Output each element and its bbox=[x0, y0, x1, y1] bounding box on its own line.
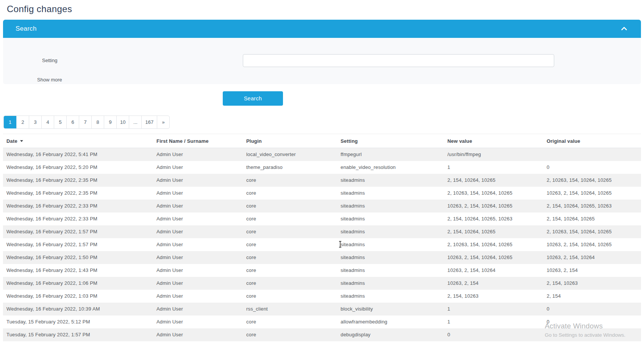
date-cell: Wednesday, 16 February 2022, 1:57 PM bbox=[3, 225, 153, 238]
plugin-cell: core bbox=[243, 238, 337, 251]
page-button-1[interactable]: 1 bbox=[4, 116, 16, 128]
plugin-cell: core bbox=[243, 264, 337, 277]
setting-cell: siteadmins bbox=[337, 174, 444, 187]
page-button-8[interactable]: 8 bbox=[91, 116, 104, 128]
setting-cell: siteadmins bbox=[337, 225, 444, 238]
date-cell: Tuesday, 15 February 2022, 5:12 PM bbox=[3, 315, 153, 328]
original-value-cell: 2, 10263, 154, 10264, 10265 bbox=[543, 225, 641, 238]
setting-input[interactable] bbox=[243, 54, 554, 67]
date-cell: Wednesday, 16 February 2022, 2:35 PM bbox=[3, 174, 153, 187]
sort-desc-icon bbox=[20, 140, 23, 142]
text-cursor bbox=[338, 241, 342, 249]
page-button-3[interactable]: 3 bbox=[29, 116, 41, 128]
original-value-cell: 0 bbox=[543, 303, 641, 315]
table-row: Wednesday, 16 February 2022, 1:06 PM Adm… bbox=[3, 277, 641, 290]
show-more-link[interactable]: Show more bbox=[37, 77, 62, 83]
name-cell: Admin User bbox=[153, 328, 243, 341]
setting-cell: debugdisplay bbox=[337, 328, 444, 341]
column-header-date[interactable]: Date bbox=[3, 134, 153, 148]
table-row: Wednesday, 16 February 2022, 1:43 PM Adm… bbox=[3, 264, 641, 277]
date-cell: Wednesday, 16 February 2022, 1:03 PM bbox=[3, 290, 153, 303]
column-header-original-value[interactable]: Original value bbox=[543, 134, 641, 148]
date-cell: Wednesday, 16 February 2022, 1:06 PM bbox=[3, 277, 153, 290]
date-cell: Wednesday, 16 February 2022, 5:20 PM bbox=[3, 161, 153, 174]
activate-windows-subtext: Go to Settings to activate Windows. bbox=[545, 332, 625, 338]
original-value-cell: 10263, 2, 154, 10264, 10265 bbox=[543, 187, 641, 200]
page-button-10[interactable]: 10 bbox=[116, 116, 129, 128]
original-value-cell: 10263, 2, 154, 10264, 10265 bbox=[543, 238, 641, 251]
page-button-167[interactable]: 167 bbox=[141, 116, 157, 128]
table-row: Wednesday, 16 February 2022, 10:39 AM Ad… bbox=[3, 303, 641, 315]
setting-cell: ffmpegurl bbox=[337, 148, 444, 161]
plugin-cell: core bbox=[243, 251, 337, 264]
table-row: Wednesday, 16 February 2022, 5:20 PM Adm… bbox=[3, 161, 641, 174]
column-header-new-value[interactable]: New value bbox=[444, 134, 543, 148]
chevron-up-icon[interactable] bbox=[621, 25, 627, 32]
date-cell: Wednesday, 16 February 2022, 2:33 PM bbox=[3, 200, 153, 212]
column-header-setting[interactable]: Setting bbox=[337, 134, 444, 148]
date-cell: Wednesday, 16 February 2022, 2:33 PM bbox=[3, 212, 153, 225]
new-value-cell: 1 bbox=[444, 303, 543, 315]
plugin-cell: core bbox=[243, 328, 337, 341]
date-cell: Wednesday, 16 February 2022, 1:43 PM bbox=[3, 264, 153, 277]
config-changes-page: Config changes Search Setting Show more … bbox=[0, 0, 644, 342]
setting-cell: siteadmins bbox=[337, 277, 444, 290]
original-value-cell: 2, 154 bbox=[543, 290, 641, 303]
new-value-cell: 10263, 2, 154 bbox=[444, 277, 543, 290]
name-cell: Admin User bbox=[153, 238, 243, 251]
page-button-2[interactable]: 2 bbox=[16, 116, 29, 128]
new-value-cell: 10263, 2, 154, 10264, 10265 bbox=[444, 251, 543, 264]
original-value-cell bbox=[543, 148, 641, 161]
activate-windows-watermark: Activate Windows bbox=[545, 322, 603, 330]
page-button-5[interactable]: 5 bbox=[54, 116, 66, 128]
search-card: Search Setting Show more bbox=[3, 20, 641, 84]
name-cell: Admin User bbox=[153, 277, 243, 290]
name-cell: Admin User bbox=[153, 315, 243, 328]
page-button-...[interactable]: ... bbox=[129, 116, 141, 128]
column-header-name[interactable]: First Name / Surname bbox=[153, 134, 243, 148]
new-value-cell: 0 bbox=[444, 328, 543, 341]
page-button-9[interactable]: 9 bbox=[104, 116, 116, 128]
new-value-cell: 2, 154, 10264, 10265 bbox=[444, 225, 543, 238]
table-row: Wednesday, 16 February 2022, 5:41 PM Adm… bbox=[3, 148, 641, 161]
date-cell: Tuesday, 15 February 2022, 1:57 PM bbox=[3, 328, 153, 341]
search-panel-header[interactable]: Search bbox=[3, 20, 641, 38]
plugin-cell: core bbox=[243, 200, 337, 212]
new-value-cell: 10263, 2, 154, 10264 bbox=[444, 264, 543, 277]
original-value-cell: 2, 154, 10263 bbox=[543, 277, 641, 290]
column-header-plugin[interactable]: Plugin bbox=[243, 134, 337, 148]
setting-cell: siteadmins bbox=[337, 264, 444, 277]
date-cell: Wednesday, 16 February 2022, 1:50 PM bbox=[3, 251, 153, 264]
plugin-cell: rss_client bbox=[243, 303, 337, 315]
name-cell: Admin User bbox=[153, 264, 243, 277]
name-cell: Admin User bbox=[153, 200, 243, 212]
original-value-cell: 10263, 2, 154, 10264 bbox=[543, 251, 641, 264]
table-row: Wednesday, 16 February 2022, 1:57 PM Adm… bbox=[3, 225, 641, 238]
plugin-cell: local_video_converter bbox=[243, 148, 337, 161]
table-row: Wednesday, 16 February 2022, 1:57 PM Adm… bbox=[3, 238, 641, 251]
setting-cell: siteadmins bbox=[337, 238, 444, 251]
config-changes-table: Date First Name / Surname Plugin Setting… bbox=[3, 134, 641, 341]
page-button-6[interactable]: 6 bbox=[66, 116, 79, 128]
search-panel-title: Search bbox=[16, 25, 37, 33]
page-button-4[interactable]: 4 bbox=[41, 116, 54, 128]
plugin-cell: core bbox=[243, 277, 337, 290]
setting-label: Setting bbox=[42, 58, 57, 63]
new-value-cell: 2, 154, 10264, 10265 bbox=[444, 174, 543, 187]
original-value-cell: 10263, 2, 154 bbox=[543, 264, 641, 277]
page-title: Config changes bbox=[7, 4, 72, 14]
new-value-cell: 2, 10263, 154, 10264, 10265 bbox=[444, 238, 543, 251]
name-cell: Admin User bbox=[153, 290, 243, 303]
name-cell: Admin User bbox=[153, 187, 243, 200]
new-value-cell: 2, 10263, 154, 10264, 10265 bbox=[444, 187, 543, 200]
new-value-cell: 2, 154, 10264, 10265, 10263 bbox=[444, 212, 543, 225]
table-header-row: Date First Name / Surname Plugin Setting… bbox=[3, 134, 641, 148]
setting-cell: siteadmins bbox=[337, 212, 444, 225]
new-value-cell: 1 bbox=[444, 315, 543, 328]
setting-cell: block_visibility bbox=[337, 303, 444, 315]
page-button-7[interactable]: 7 bbox=[79, 116, 91, 128]
search-button[interactable]: Search bbox=[223, 91, 283, 106]
table-row: Wednesday, 16 February 2022, 1:03 PM Adm… bbox=[3, 290, 641, 303]
page-button-»[interactable]: » bbox=[157, 116, 169, 128]
date-cell: Wednesday, 16 February 2022, 10:39 AM bbox=[3, 303, 153, 315]
